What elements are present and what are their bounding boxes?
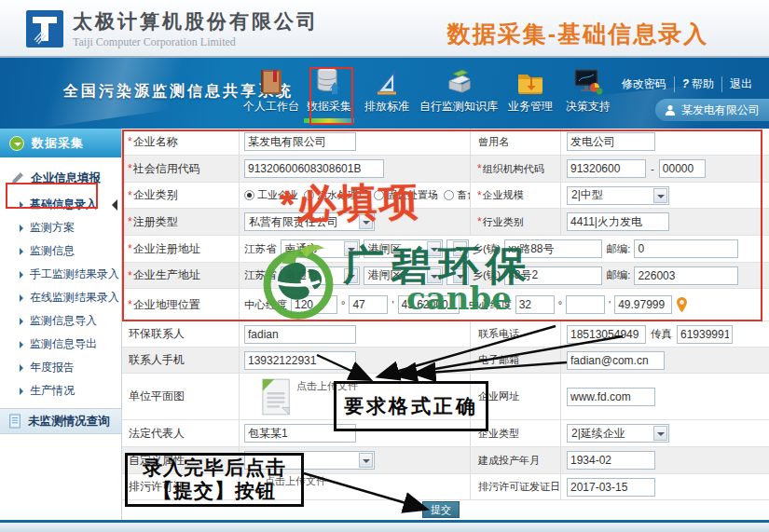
registered-town-input[interactable] [504, 239, 602, 258]
radio-sewage-plant[interactable]: 污水处理厂 [304, 188, 368, 202]
zip-label: 邮编: [606, 268, 630, 282]
company-name-en: Taiji Computer Corporation Limited [73, 35, 319, 49]
latitude-label: 中心纬度 [469, 298, 512, 312]
field-label-former-name: 曾用名 [471, 129, 561, 155]
logout-link[interactable]: 退出 [721, 76, 760, 92]
registration-type-select[interactable]: 私营有限责任公司 [244, 212, 375, 231]
org-code-input[interactable] [567, 159, 646, 178]
longitude-degree-input[interactable] [291, 295, 337, 314]
sidebar-item-monitoring-import[interactable]: 监测信息导入 [0, 309, 121, 333]
form-row: 环保联系人 联系电话 传真 [122, 321, 769, 348]
sidebar-item-online-results-entry[interactable]: 在线监测结果录入 [0, 286, 121, 309]
upload-file-icon[interactable] [261, 377, 293, 416]
sidebar-item-basic-info-entry[interactable]: 基础信息录入 [0, 193, 121, 216]
dropdown-caret-icon [653, 426, 667, 441]
nav-item-data-collection[interactable]: 数据采集 [300, 64, 358, 115]
registered-zip-input[interactable] [634, 239, 738, 258]
basic-info-form: *企业名称 曾用名 *社会信用代码 *组织机构代码 - *企业类别 工业企业 污… [122, 129, 769, 520]
nav-item-knowledge-base[interactable]: 自行监测知识库 [416, 64, 501, 115]
dropdown-caret-icon [427, 241, 441, 256]
nav-item-emission-standard[interactable]: 排放标准 [358, 64, 416, 115]
location-pin-icon[interactable] [676, 297, 688, 313]
website-input[interactable] [567, 388, 655, 406]
page-title: 数据采集-基础信息录入 [410, 19, 746, 49]
custom-attr-select[interactable] [244, 451, 375, 470]
built-date-input[interactable] [567, 451, 655, 470]
industry-category-input[interactable] [567, 212, 669, 231]
nav-item-business-mgmt[interactable]: 业务管理 [501, 64, 559, 115]
city-select[interactable]: 南通市 [281, 266, 360, 285]
env-contact-input[interactable] [244, 325, 356, 344]
app-window: 太极计算机股份有限公司 Taiji Computer Corporation L… [0, 0, 769, 532]
form-row: *企业注册地址 江苏省 南通市 港闸区 乡(镇) 邮编: [122, 236, 769, 263]
dropdown-caret-icon [453, 268, 467, 283]
street-select[interactable] [446, 266, 469, 285]
org-code-separator: - [651, 163, 654, 174]
folder-icon [516, 64, 544, 96]
email-input[interactable] [567, 351, 665, 370]
form-row: 法定代表人 企业类型 2|延续企业 [122, 420, 769, 447]
taiji-logo-icon [26, 10, 63, 48]
district-select[interactable]: 港闸区 [364, 239, 443, 258]
nav-item-decision-support[interactable]: 决策支持 [559, 64, 617, 115]
pencil-icon [10, 171, 24, 185]
radio-icon [244, 190, 254, 200]
former-name-input[interactable] [567, 132, 655, 151]
latitude-second-input[interactable] [614, 295, 672, 314]
latitude-degree-input[interactable] [515, 295, 555, 314]
longitude-minute-input[interactable] [349, 295, 388, 314]
sidebar-item-production-status[interactable]: 生产情况 [0, 379, 121, 402]
fax-input[interactable] [677, 325, 733, 344]
city-select[interactable]: 南通市 [281, 239, 360, 258]
change-password-link[interactable]: 修改密码 [614, 76, 674, 92]
degree-unit: ° [558, 299, 562, 310]
help-link[interactable]: 帮助 [674, 76, 721, 92]
upload-link[interactable]: 点击上传文件 [265, 474, 326, 488]
minute-unit: ' [391, 299, 393, 310]
radio-livestock-farm[interactable]: 畜禽养殖场 [444, 188, 471, 202]
district-select[interactable]: 港闸区 [364, 266, 443, 285]
field-label-registration-type: *注册类型 [122, 209, 240, 235]
legal-rep-input[interactable] [244, 424, 356, 443]
radio-industrial-enterprise[interactable]: 工业企业 [244, 188, 298, 202]
scale-select[interactable]: 2|中型 [567, 186, 669, 205]
field-label-company-name: *企业名称 [122, 129, 240, 155]
production-zip-input[interactable] [634, 266, 738, 285]
street-select[interactable] [446, 239, 469, 258]
upload-link[interactable]: 点击上传文件 [296, 379, 358, 393]
sidebar-item-monitoring-plan[interactable]: 监测方案 [0, 216, 121, 239]
contact-phone-input[interactable] [567, 325, 646, 344]
field-label-contact-mobile: 联系人手机 [122, 348, 240, 373]
org-code-suffix-input[interactable] [659, 159, 706, 178]
contact-mobile-input[interactable] [244, 351, 356, 370]
submit-button[interactable]: 提交 [422, 501, 460, 518]
company-name-input[interactable] [244, 132, 356, 151]
field-label-email: 电子邮箱 [471, 348, 561, 373]
form-row: *企业地理位置 中心经度 ° ' ' 中心纬度 ° ' [122, 289, 769, 321]
field-label-env-contact: 环保联系人 [122, 321, 240, 347]
dropdown-caret-icon [359, 214, 373, 229]
permit-date-input[interactable] [567, 478, 655, 497]
latitude-minute-input[interactable] [566, 295, 605, 314]
sidebar-item-annual-report[interactable]: 年度报告 [0, 356, 121, 379]
company-type-select[interactable]: 2|延续企业 [567, 424, 669, 443]
footer [0, 520, 769, 532]
form-row: 自定义属性 建成投产年月 [122, 447, 769, 474]
sidebar-item-monitoring-info[interactable]: 监测信息 [0, 239, 121, 263]
degree-unit: ° [341, 299, 345, 310]
sidebar-item-manual-results-entry[interactable]: 手工监测结果录入 [0, 263, 121, 286]
nav-item-label: 数据采集 [307, 99, 351, 115]
zip-label: 邮编: [606, 242, 630, 256]
nav-item-workbench[interactable]: 个人工作台 [242, 64, 300, 115]
radio-solid-waste-site[interactable]: 固废处置场 [374, 188, 438, 202]
active-marker-icon [106, 199, 117, 211]
sidebar-item-monitoring-export[interactable]: 监测信息导出 [0, 333, 121, 356]
credit-code-input[interactable] [244, 159, 384, 178]
production-town-input[interactable] [504, 266, 602, 285]
dropdown-caret-icon [344, 241, 358, 256]
sidebar-section-unmonitored-query[interactable]: 未监测情况查询 [0, 408, 121, 434]
sidebar-section-enterprise-info[interactable]: 企业信息填报 [0, 166, 121, 190]
user-badge[interactable]: 某发电有限公司 [655, 99, 769, 121]
longitude-second-input[interactable] [398, 295, 460, 314]
sidebar-root-data-collection[interactable]: 数据采集 [0, 129, 121, 157]
